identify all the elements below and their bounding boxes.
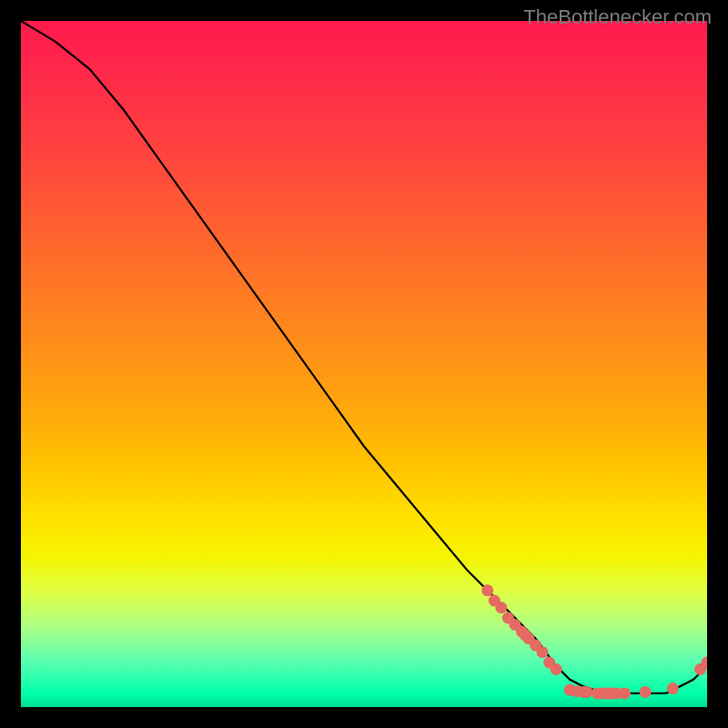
data-marker bbox=[481, 584, 493, 596]
data-marker bbox=[640, 686, 652, 698]
data-marker bbox=[537, 646, 549, 658]
data-marker bbox=[619, 687, 631, 699]
bottleneck-curve bbox=[21, 21, 707, 693]
data-markers bbox=[481, 584, 707, 699]
chart-svg bbox=[21, 21, 707, 707]
plot-area bbox=[21, 21, 707, 707]
data-marker bbox=[551, 663, 562, 675]
data-marker bbox=[667, 682, 679, 694]
attribution-text: TheBottlenecker.com bbox=[523, 5, 712, 29]
data-marker bbox=[581, 686, 593, 698]
data-marker bbox=[495, 602, 507, 613]
